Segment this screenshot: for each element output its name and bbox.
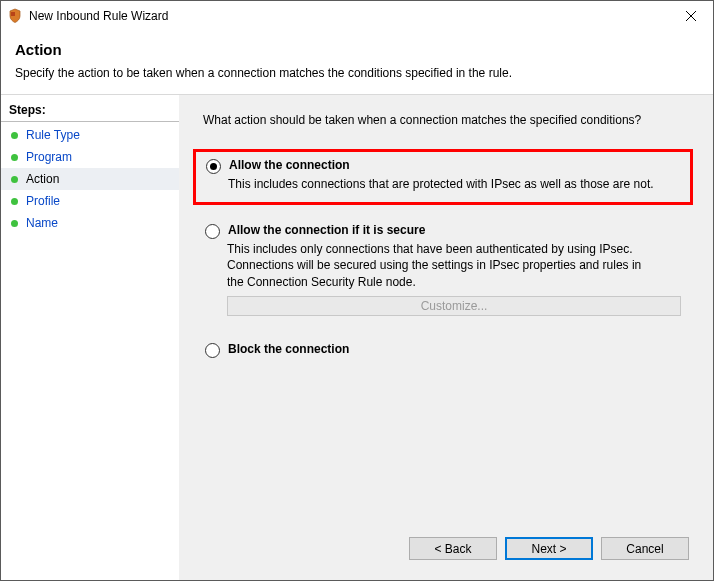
step-program[interactable]: Program xyxy=(1,146,179,168)
next-button[interactable]: Next > xyxy=(505,537,593,560)
step-action[interactable]: Action xyxy=(1,168,179,190)
bullet-icon xyxy=(11,198,18,205)
question-text: What action should be taken when a conne… xyxy=(203,113,689,127)
option-title: Block the connection xyxy=(228,342,349,356)
radio-row-block[interactable]: Block the connection xyxy=(205,342,681,358)
bullet-icon xyxy=(11,220,18,227)
window-title: New Inbound Rule Wizard xyxy=(29,9,668,23)
options-group: Allow the connection This includes conne… xyxy=(197,149,689,376)
close-button[interactable] xyxy=(668,1,713,31)
cancel-button[interactable]: Cancel xyxy=(601,537,689,560)
radio-block[interactable] xyxy=(205,343,220,358)
main-panel: What action should be taken when a conne… xyxy=(179,95,713,580)
step-label: Program xyxy=(26,150,72,164)
steps-sidebar: Steps: Rule Type Program Action Profile … xyxy=(1,95,179,580)
wizard-window: New Inbound Rule Wizard Action Specify t… xyxy=(0,0,714,581)
page-title: Action xyxy=(15,41,699,58)
step-label: Name xyxy=(26,216,58,230)
option-title: Allow the connection xyxy=(229,158,350,172)
step-label: Action xyxy=(26,172,59,186)
step-rule-type[interactable]: Rule Type xyxy=(1,124,179,146)
steps-heading: Steps: xyxy=(1,101,179,122)
app-icon xyxy=(7,8,23,24)
back-button[interactable]: < Back xyxy=(409,537,497,560)
step-profile[interactable]: Profile xyxy=(1,190,179,212)
option-desc: This includes only connections that have… xyxy=(227,241,657,290)
bullet-icon xyxy=(11,154,18,161)
customize-button: Customize... xyxy=(227,296,681,316)
wizard-footer: < Back Next > Cancel xyxy=(197,529,689,570)
svg-rect-0 xyxy=(11,12,15,16)
option-desc: This includes connections that are prote… xyxy=(228,176,658,192)
option-block: Block the connection xyxy=(197,334,689,366)
wizard-body: Steps: Rule Type Program Action Profile … xyxy=(1,95,713,580)
radio-allow-secure[interactable] xyxy=(205,224,220,239)
radio-row-allow-secure[interactable]: Allow the connection if it is secure xyxy=(205,223,681,239)
page-subtitle: Specify the action to be taken when a co… xyxy=(15,66,699,80)
step-name[interactable]: Name xyxy=(1,212,179,234)
bullet-icon xyxy=(11,132,18,139)
radio-row-allow[interactable]: Allow the connection xyxy=(206,158,680,174)
option-allow: Allow the connection This includes conne… xyxy=(193,149,693,205)
radio-allow[interactable] xyxy=(206,159,221,174)
step-label: Rule Type xyxy=(26,128,80,142)
option-title: Allow the connection if it is secure xyxy=(228,223,425,237)
page-header: Action Specify the action to be taken wh… xyxy=(1,31,713,95)
bullet-icon xyxy=(11,176,18,183)
option-allow-secure: Allow the connection if it is secure Thi… xyxy=(197,215,689,324)
titlebar: New Inbound Rule Wizard xyxy=(1,1,713,31)
step-label: Profile xyxy=(26,194,60,208)
